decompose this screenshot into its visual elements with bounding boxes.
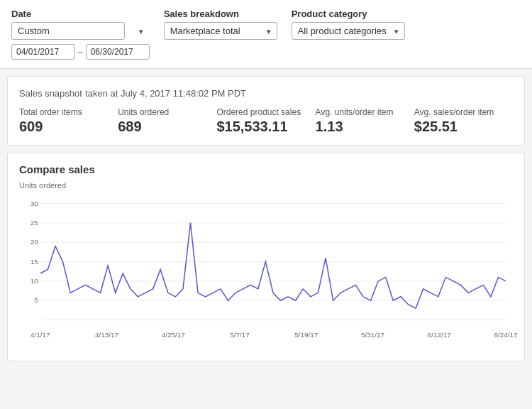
sales-breakdown-label: Sales breakdown bbox=[164, 9, 277, 19]
snapshot-title-bold: Sales snapshot bbox=[19, 88, 82, 99]
chart-y-label: Units ordered bbox=[19, 181, 513, 190]
svg-text:20: 20 bbox=[31, 238, 39, 246]
svg-text:6/24/17: 6/24/17 bbox=[494, 331, 518, 339]
line-chart: 510152025304/1/174/13/174/25/175/7/175/1… bbox=[19, 192, 513, 349]
snapshot-title: Sales snapshot taken at July 4, 2017 11:… bbox=[19, 87, 513, 99]
svg-text:5/7/17: 5/7/17 bbox=[230, 331, 250, 339]
chart-container: 510152025304/1/174/13/174/25/175/7/175/1… bbox=[19, 192, 513, 351]
product-category-label: Product category bbox=[292, 9, 405, 19]
metric-item: Total order items 609 bbox=[19, 107, 118, 135]
metric-item: Units ordered 689 bbox=[118, 107, 216, 135]
metric-item: Ordered product sales $15,533.11 bbox=[216, 107, 315, 135]
metric-label: Total order items bbox=[19, 107, 118, 117]
sales-breakdown-select[interactable]: Marketplace totalBy ASINBy category bbox=[164, 22, 277, 40]
svg-text:4/25/17: 4/25/17 bbox=[162, 331, 186, 339]
svg-text:15: 15 bbox=[31, 258, 39, 266]
svg-text:5/31/17: 5/31/17 bbox=[361, 331, 385, 339]
metric-label: Units ordered bbox=[118, 107, 216, 117]
metric-item: Avg. sales/order item $25.51 bbox=[414, 107, 513, 135]
date-label: Date bbox=[11, 9, 150, 19]
svg-text:5/19/17: 5/19/17 bbox=[294, 331, 318, 339]
svg-text:5: 5 bbox=[34, 296, 38, 304]
filter-bar: Date CustomTodayYesterdayLast 7 daysLast… bbox=[0, 0, 532, 69]
svg-text:25: 25 bbox=[31, 219, 39, 227]
date-filter-group: Date CustomTodayYesterdayLast 7 daysLast… bbox=[11, 9, 150, 60]
metric-value: 1.13 bbox=[316, 119, 414, 135]
date-range: – bbox=[11, 44, 150, 60]
snapshot-subtitle: taken at July 4, 2017 11:48:02 PM PDT bbox=[85, 88, 246, 99]
product-category-select-wrapper[interactable]: All product categoriesBooksElectronicsCl… bbox=[292, 22, 405, 40]
date-start-input[interactable] bbox=[11, 44, 75, 60]
chart-title: Compare sales bbox=[19, 163, 513, 175]
chart-line-path bbox=[40, 223, 506, 308]
metrics-row: Total order items 609 Units ordered 689 … bbox=[19, 107, 513, 135]
date-select[interactable]: CustomTodayYesterdayLast 7 daysLast 30 d… bbox=[11, 22, 125, 40]
sales-breakdown-select-wrapper[interactable]: Marketplace totalBy ASINBy category bbox=[164, 22, 277, 40]
metric-value: $15,533.11 bbox=[216, 119, 315, 135]
metric-value: $25.51 bbox=[414, 119, 513, 135]
product-category-select[interactable]: All product categoriesBooksElectronicsCl… bbox=[292, 22, 405, 40]
product-category-filter-group: Product category All product categoriesB… bbox=[292, 9, 405, 40]
metric-label: Avg. units/order item bbox=[316, 107, 414, 117]
metric-label: Ordered product sales bbox=[216, 107, 315, 117]
date-separator: – bbox=[78, 47, 83, 57]
date-select-wrapper[interactable]: CustomTodayYesterdayLast 7 daysLast 30 d… bbox=[11, 22, 150, 40]
svg-text:4/13/17: 4/13/17 bbox=[95, 331, 119, 339]
metric-item: Avg. units/order item 1.13 bbox=[316, 107, 414, 135]
metric-value: 689 bbox=[118, 119, 216, 135]
date-end-input[interactable] bbox=[86, 44, 150, 60]
svg-text:4/1/17: 4/1/17 bbox=[31, 331, 50, 339]
svg-text:6/12/17: 6/12/17 bbox=[428, 331, 452, 339]
svg-text:10: 10 bbox=[31, 277, 39, 285]
metric-value: 609 bbox=[19, 119, 118, 135]
metric-label: Avg. sales/order item bbox=[414, 107, 513, 117]
chart-section: Compare sales Units ordered 510152025304… bbox=[7, 153, 525, 361]
sales-breakdown-filter-group: Sales breakdown Marketplace totalBy ASIN… bbox=[164, 9, 277, 40]
svg-text:30: 30 bbox=[31, 200, 39, 207]
snapshot-section: Sales snapshot taken at July 4, 2017 11:… bbox=[7, 76, 525, 146]
